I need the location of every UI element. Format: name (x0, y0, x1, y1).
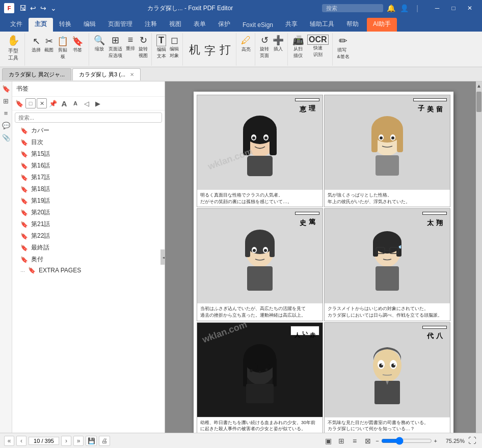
bell-icon[interactable]: 🔔 (385, 3, 396, 14)
character-yashiro: 八代 (324, 322, 450, 433)
insert-btn[interactable]: ➕ 插入 (271, 34, 285, 60)
bm-delete-btn[interactable]: ✕ (37, 98, 47, 108)
save-status-button[interactable]: 💾 (86, 436, 97, 446)
select-btn[interactable]: ↖ 选择 (30, 35, 42, 61)
tab-comment[interactable]: 注释 (139, 18, 163, 32)
undo-icon[interactable]: ↩ (29, 4, 38, 13)
panel-collapse-button[interactable]: ◀ (160, 249, 165, 265)
pdf-page: wklan.com wklan.com 理恵 (194, 92, 453, 433)
bookmark-item-final[interactable]: 🔖 最終話 (12, 242, 165, 254)
page-number-input[interactable] (29, 437, 59, 445)
clipboard-btn[interactable]: 📋 剪贴板 (56, 35, 70, 61)
fullscreen-button[interactable]: ⛶ (467, 435, 478, 446)
side-bookmark-icon[interactable]: 🔖 (1, 83, 11, 94)
hand-tool-button[interactable]: ✋ 手型工具 (4, 34, 22, 62)
view-scroll-button[interactable]: ≡ (349, 435, 360, 446)
tab-convert[interactable]: 转换 (53, 18, 77, 32)
title-search-input[interactable] (322, 4, 383, 12)
bookmark-icon: 🔖 (20, 174, 28, 181)
ocr-btn[interactable]: OCR 快速识别 (306, 34, 330, 60)
bookmark-item-ch21[interactable]: 🔖 第21話 (12, 218, 165, 230)
tab-esign[interactable]: Foxit eSign (236, 19, 279, 32)
zoom-slider[interactable] (381, 437, 432, 445)
typewriter-btn[interactable]: 打字机 (186, 34, 234, 37)
bm-font-small-btn[interactable]: A (70, 98, 81, 108)
pdf-viewer[interactable]: wklan.com wklan.com 理恵 (165, 81, 482, 433)
view-fit-button[interactable]: ⊠ (362, 435, 373, 446)
side-comment-icon[interactable]: 💬 (1, 120, 11, 130)
nav-last-button[interactable]: » (73, 436, 84, 446)
save-icon[interactable]: 🖫 (18, 4, 28, 13)
bookmark-item-ch16[interactable]: 🔖 第16話 (12, 160, 165, 172)
view-single-button[interactable]: ▣ (323, 435, 334, 446)
print-status-button[interactable]: 🖨 (99, 436, 110, 446)
tab-tools[interactable]: 辅助工具 (304, 18, 340, 32)
tab-share[interactable]: 共享 (279, 18, 304, 32)
doc-tab-close[interactable]: ✕ (130, 72, 134, 77)
redo-icon[interactable]: ↪ (39, 4, 48, 13)
svg-point-38 (244, 344, 276, 373)
highlight-btn[interactable]: 🖊 高亮 (239, 34, 253, 53)
maximize-button[interactable]: □ (445, 0, 462, 16)
bookmark-item-colophon[interactable]: 🔖 奥付 (12, 254, 165, 265)
nav-prev-button[interactable]: ‹ (16, 436, 26, 446)
doc-tab-1[interactable]: カラダ探し 異3 (... ✕ (72, 68, 141, 80)
tab-form[interactable]: 表单 (188, 18, 212, 32)
scroll-up-arrow[interactable]: ▲ (476, 81, 482, 90)
dropdown-icon[interactable]: ⌄ (49, 4, 58, 13)
char-rumiko-portrait (359, 107, 415, 178)
reflow-btn[interactable]: ≡ 重排 (124, 34, 137, 60)
side-layers-icon[interactable]: ≡ (1, 108, 11, 118)
character-rumiko: 留美子 (324, 95, 450, 207)
bookmark-ribbon-btn[interactable]: 🔖 书签 (70, 35, 85, 61)
fit-btn[interactable]: ⊞ 页面适应选项 (107, 34, 124, 60)
bm-pin-btn[interactable]: 📌 (48, 98, 58, 108)
bookmark-item-extra[interactable]: … 🔖 EXTRA PAGES (12, 265, 165, 275)
rotate-page-btn[interactable]: ↺ 旋转页面 (258, 34, 271, 60)
bookmark-item-ch17[interactable]: 🔖 第17話 (12, 172, 165, 183)
bookmark-item-toc[interactable]: 🔖 目次 (12, 136, 165, 148)
screenshot-btn[interactable]: ✂ 截图 (43, 35, 55, 61)
fill-sign-btn[interactable]: ✏ 填写&签名 (336, 34, 351, 61)
bookmark-search-input[interactable] (15, 113, 162, 123)
bookmark-item-ch15[interactable]: 🔖 第15話 (12, 148, 165, 160)
bookmark-item-ch22[interactable]: 🔖 第22話 (12, 230, 165, 242)
title-bar: F 🖫 ↩ ↪ ⌄ カラダ探し... - Foxit PDF Editor 🔔 … (0, 0, 482, 16)
minimize-button[interactable]: ─ (429, 0, 445, 16)
nav-first-button[interactable]: « (4, 436, 14, 446)
tab-ai[interactable]: AI助手 (367, 18, 397, 32)
tab-home[interactable]: 主页 (29, 18, 53, 32)
side-attach-icon[interactable]: 📎 (1, 132, 11, 143)
close-button[interactable]: ✕ (462, 0, 478, 16)
bookmark-item-ch19[interactable]: 🔖 第19話 (12, 195, 165, 207)
bm-next-btn[interactable]: ▶ (93, 98, 103, 108)
nav-next-button[interactable]: › (61, 436, 71, 446)
scan-btn[interactable]: 📠 从扫描仪 (291, 34, 305, 60)
view-double-button[interactable]: ⊞ (336, 435, 347, 446)
bm-prev-btn[interactable]: ◁ (82, 98, 92, 108)
tab-view[interactable]: 视图 (163, 18, 188, 32)
scroll-thumb[interactable] (476, 92, 481, 112)
vertical-scrollbar[interactable]: ▲ (476, 81, 482, 433)
bm-copy-btn[interactable]: □ (25, 98, 36, 108)
zoom-btn[interactable]: 🔍 缩放 (92, 34, 106, 60)
doc-tab-0[interactable]: カラダ探し 異2(ジャ... (2, 68, 71, 80)
side-thumb-icon[interactable]: ⊞ (1, 96, 11, 106)
bookmark-item-ch18[interactable]: 🔖 第18話 (12, 183, 165, 195)
bookmark-item-ch20[interactable]: 🔖 第20話 (12, 207, 165, 218)
bm-font-large-btn[interactable]: A (59, 98, 69, 108)
tab-pagemanage[interactable]: 页面管理 (102, 18, 139, 32)
bookmark-item-cover[interactable]: 🔖 カバー (12, 125, 165, 136)
tab-file[interactable]: 文件 (4, 18, 29, 32)
svg-point-24 (253, 249, 256, 252)
edit-text-btn[interactable]: T 编辑文本 (155, 34, 168, 60)
bookmark-icon: 🔖 (20, 244, 28, 251)
bm-add-btn[interactable]: 🔖 (14, 98, 24, 108)
tab-protect[interactable]: 保护 (212, 18, 236, 32)
select-tool-button[interactable]: ↖ 选择 ✂ 截图 📋 剪贴板 🔖 书签 (28, 34, 87, 62)
edit-obj-btn[interactable]: ◻ 编辑对象 (168, 34, 180, 60)
rotate-view-btn[interactable]: ↻ 旋转视图 (137, 34, 149, 60)
user-icon[interactable]: 👤 (398, 3, 410, 14)
tab-help[interactable]: 帮助 (340, 18, 365, 32)
tab-edit[interactable]: 编辑 (77, 18, 102, 32)
